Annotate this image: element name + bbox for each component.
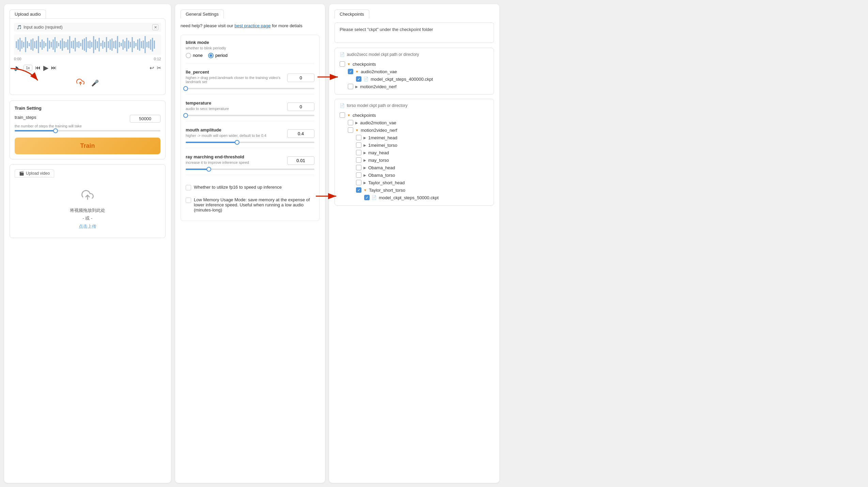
svg-rect-23 <box>58 43 59 46</box>
audio-close-button[interactable]: ✕ <box>152 24 158 30</box>
left-panel: Upload audio 🎵 Input audio (required) ✕ … <box>4 4 171 483</box>
train-steps-input[interactable] <box>130 115 160 123</box>
checkbox-model-ckpt-400000[interactable] <box>356 76 361 82</box>
label-obama-head: Obama_head <box>368 165 395 170</box>
svg-rect-48 <box>104 42 105 47</box>
ray-marching-input[interactable] <box>287 156 314 165</box>
mouth-amplitude-input[interactable] <box>287 129 314 138</box>
play-button[interactable]: ▶ <box>43 64 48 72</box>
blink-mode-radio-group: none period <box>186 53 314 58</box>
svg-rect-40 <box>89 41 90 49</box>
video-drop-area[interactable]: 将视频拖放到此处 - 或 - 点击上传 <box>15 181 160 233</box>
upload-video-tab[interactable]: 🎬 Upload video <box>15 169 54 177</box>
svg-rect-28 <box>67 40 68 50</box>
volume-button[interactable]: 🔈 <box>14 65 21 71</box>
upload-audio-button[interactable] <box>76 78 84 88</box>
audio2secc-section: 📄 audio2secc model ckpt path or director… <box>335 48 494 95</box>
svg-rect-65 <box>135 43 136 46</box>
train-steps-slider[interactable] <box>15 130 160 131</box>
svg-rect-19 <box>51 42 52 47</box>
audio-controls: 🔈 1x ⏮ ▶ ⏭ ↩ ✂ <box>14 64 161 72</box>
checkbox-audio2motion-vae-2[interactable] <box>348 120 353 125</box>
checkbox-motion2video-nerf-2[interactable] <box>348 127 353 133</box>
low-memory-label: Low Memory Usage Mode: save memory at th… <box>194 197 314 213</box>
checkbox-checkpoints-1[interactable] <box>340 61 345 67</box>
checkbox-may-torso[interactable] <box>356 157 361 163</box>
microphone-button[interactable]: 🎤 <box>91 79 99 87</box>
label-may-torso: may_torso <box>368 158 389 163</box>
svg-rect-4 <box>23 42 24 47</box>
svg-rect-75 <box>154 41 155 49</box>
ray-marching-slider[interactable] <box>186 169 314 170</box>
lle-percent-setting: lle_percent higher-> drag pred.landmark … <box>186 69 314 94</box>
svg-rect-35 <box>80 43 81 46</box>
label-checkpoints-1: checkpoints <box>353 62 376 67</box>
svg-rect-27 <box>65 42 66 47</box>
skip-forward-button[interactable]: ⏭ <box>51 65 57 71</box>
train-button[interactable]: Train <box>15 138 160 154</box>
right-panel: Checkpoints Please select "ckpt" under t… <box>329 4 499 483</box>
svg-rect-10 <box>34 41 35 48</box>
lle-percent-input[interactable] <box>287 74 314 82</box>
temperature-setting: temperature audio to secc temperature <box>186 100 314 121</box>
svg-rect-47 <box>102 41 103 49</box>
general-settings-tab[interactable]: General Settings <box>181 10 224 18</box>
file-icon-audio2secc: 📄 <box>340 52 345 57</box>
checkbox-obama-head[interactable] <box>356 165 361 170</box>
blink-mode-label: blink mode <box>186 40 314 45</box>
temperature-input[interactable] <box>287 103 314 111</box>
drop-text-1: 将视频拖放到此处 <box>70 206 105 214</box>
low-memory-checkbox-item: Low Memory Usage Mode: save memory at th… <box>186 194 314 216</box>
mouth-amplitude-slider[interactable] <box>186 142 314 143</box>
svg-rect-44 <box>97 41 98 48</box>
arrow-right-audio2motion-vae-2: ▶ <box>355 121 358 125</box>
arrow-obama-torso: ▶ <box>363 173 366 177</box>
file-icon-model-ckpt-50000: 📄 <box>372 195 377 200</box>
temperature-slider[interactable] <box>186 115 314 116</box>
svg-rect-18 <box>49 41 50 49</box>
checkbox-motion2video-nerf-1[interactable] <box>348 84 353 89</box>
checkbox-may-head[interactable] <box>356 150 361 155</box>
arrow-taylor-short-head: ▶ <box>363 181 366 185</box>
checkpoints-tab[interactable]: Checkpoints <box>335 10 369 18</box>
checkbox-audio2motion-vae[interactable] <box>348 69 353 74</box>
checkbox-checkpoints-2[interactable] <box>340 112 345 118</box>
svg-rect-61 <box>128 41 129 49</box>
file-icon-model-ckpt-400000: 📄 <box>363 77 369 81</box>
checkbox-model-ckpt-50000[interactable] <box>364 195 370 200</box>
fp16-checkbox[interactable] <box>186 185 191 190</box>
svg-rect-3 <box>21 41 22 49</box>
upload-area: 🎤 <box>14 75 161 91</box>
train-steps-group: train_steps the number of steps the trai… <box>15 115 160 131</box>
skip-back-button[interactable]: ⏮ <box>35 65 41 71</box>
checkbox-obama-torso[interactable] <box>356 172 361 178</box>
lle-percent-slider[interactable] <box>186 88 314 89</box>
checkbox-1meimei-torso[interactable] <box>356 142 361 148</box>
mouth-amplitude-desc: higher -> mouth will open wider, default… <box>186 133 266 138</box>
cut-button[interactable]: ✂ <box>157 65 161 71</box>
drop-text-3[interactable]: 点击上传 <box>70 222 105 230</box>
upload-audio-tab[interactable]: Upload audio <box>10 10 46 18</box>
blink-period-option[interactable]: period <box>208 53 228 58</box>
temperature-desc: audio to secc temperature <box>186 107 229 111</box>
svg-rect-14 <box>42 40 43 50</box>
checkbox-taylor-short-head[interactable] <box>356 180 361 185</box>
svg-rect-60 <box>126 38 127 51</box>
label-motion2video-nerf-1: motion2video_nerf <box>360 84 397 89</box>
tree-item-obama-torso: ▶ Obama_torso <box>340 171 489 179</box>
svg-rect-45 <box>98 38 99 51</box>
svg-rect-62 <box>130 42 131 47</box>
checkbox-taylor-short-torso[interactable] <box>356 187 361 193</box>
best-practice-link[interactable]: best practice page <box>234 23 270 28</box>
svg-rect-57 <box>121 43 122 46</box>
svg-rect-41 <box>91 42 92 47</box>
undo-button[interactable]: ↩ <box>150 65 154 71</box>
speed-button[interactable]: 1x <box>24 65 32 71</box>
svg-rect-67 <box>139 38 140 51</box>
checkbox-1meimei-head[interactable] <box>356 135 361 140</box>
svg-rect-30 <box>71 41 72 48</box>
svg-rect-42 <box>93 36 94 53</box>
blink-none-option[interactable]: none <box>186 53 203 58</box>
low-memory-checkbox[interactable] <box>186 198 191 203</box>
svg-rect-59 <box>124 41 125 48</box>
